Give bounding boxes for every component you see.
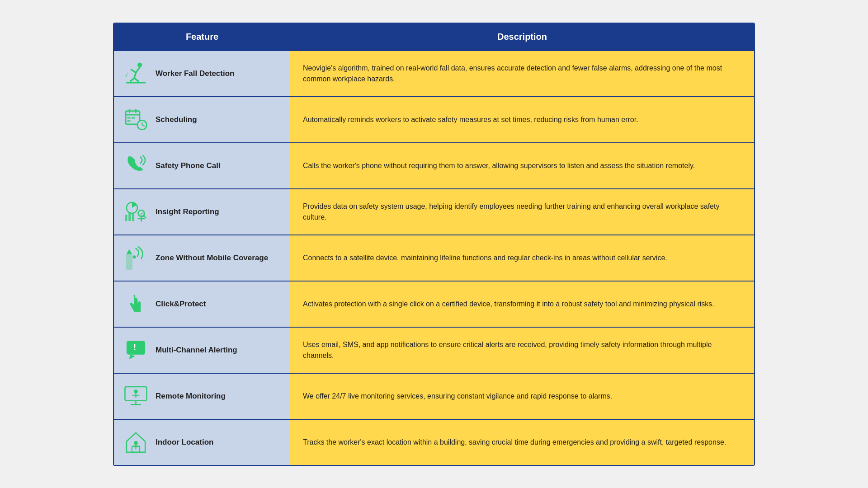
- description-cell-click-protect: Activates protection with a single click…: [290, 282, 754, 327]
- feature-cell-zone-without-mobile-coverage: Zone Without Mobile Coverage: [114, 235, 290, 281]
- svg-line-3: [134, 73, 136, 78]
- table-row: ! Multi-Channel AlertingUses email, SMS,…: [114, 327, 754, 373]
- zone-without-mobile-coverage-icon: [122, 244, 149, 272]
- description-cell-remote-monitoring: We offer 24/7 live monitoring services, …: [290, 374, 754, 419]
- table-row: Remote MonitoringWe offer 24/7 live moni…: [114, 373, 754, 419]
- feature-cell-safety-phone-call: Safety Phone Call: [114, 143, 290, 188]
- table-row: Worker Fall DetectionNeovigie's algorith…: [114, 50, 754, 96]
- safety-phone-call-icon: [122, 152, 149, 179]
- svg-line-25: [144, 216, 146, 218]
- table-row: SchedulingAutomatically reminds workers …: [114, 96, 754, 142]
- svg-line-5: [134, 78, 138, 81]
- safety-phone-call-label: Safety Phone Call: [156, 161, 221, 170]
- feature-cell-click-protect: Click&Protect: [114, 282, 290, 327]
- svg-rect-13: [127, 120, 130, 122]
- svg-point-31: [134, 389, 138, 394]
- click-protect-icon: [122, 291, 149, 318]
- svg-rect-12: [132, 117, 135, 118]
- table-row: Indoor LocationTracks the worker's exact…: [114, 419, 754, 465]
- insight-reporting-label: Insight Reporting: [156, 207, 219, 216]
- description-cell-multi-channel-alerting: Uses email, SMS, and app notifications t…: [290, 328, 754, 373]
- svg-rect-18: [125, 215, 127, 221]
- svg-rect-20: [132, 214, 134, 221]
- svg-rect-11: [127, 117, 130, 118]
- svg-text:!: !: [133, 342, 136, 352]
- remote-monitoring-label: Remote Monitoring: [156, 392, 226, 401]
- svg-point-27: [132, 255, 136, 258]
- feature-cell-scheduling: Scheduling: [114, 97, 290, 142]
- table-row: Zone Without Mobile CoverageConnects to …: [114, 235, 754, 281]
- svg-rect-26: [126, 254, 132, 269]
- worker-fall-detection-label: Worker Fall Detection: [156, 69, 234, 78]
- svg-line-1: [136, 67, 140, 73]
- feature-cell-multi-channel-alerting: ! Multi-Channel Alerting: [114, 328, 290, 373]
- click-protect-label: Click&Protect: [156, 300, 206, 309]
- indoor-location-label: Indoor Location: [156, 438, 213, 447]
- svg-point-37: [134, 441, 138, 445]
- table-row: Click&ProtectActivates protection with a…: [114, 281, 754, 327]
- features-table: Feature Description Worker Fall Detectio…: [113, 23, 755, 466]
- multi-channel-alerting-label: Multi-Channel Alerting: [156, 346, 237, 355]
- description-cell-safety-phone-call: Calls the worker's phone without requiri…: [290, 143, 754, 188]
- scheduling-label: Scheduling: [156, 115, 197, 124]
- header-feature: Feature: [114, 23, 290, 50]
- feature-cell-remote-monitoring: Remote Monitoring: [114, 374, 290, 419]
- zone-without-mobile-coverage-label: Zone Without Mobile Coverage: [156, 253, 268, 263]
- feature-cell-insight-reporting: Insight Reporting: [114, 189, 290, 235]
- svg-rect-19: [128, 212, 131, 221]
- description-cell-indoor-location: Tracks the worker's exact location withi…: [290, 420, 754, 465]
- feature-cell-indoor-location: Indoor Location: [114, 420, 290, 465]
- multi-channel-alerting-icon: !: [122, 337, 149, 364]
- description-cell-zone-without-mobile-coverage: Connects to a satellite device, maintain…: [290, 235, 754, 281]
- worker-fall-detection-icon: [122, 60, 149, 87]
- table-row: Insight ReportingProvides data on safety…: [114, 188, 754, 235]
- svg-line-2: [131, 70, 136, 73]
- table-header: Feature Description: [114, 23, 754, 50]
- description-cell-worker-fall-detection: Neovigie's algorithm, trained on real-wo…: [290, 51, 754, 96]
- description-cell-insight-reporting: Provides data on safety system usage, he…: [290, 189, 754, 235]
- table-body: Worker Fall DetectionNeovigie's algorith…: [114, 50, 754, 465]
- header-description: Description: [290, 23, 754, 50]
- scheduling-icon: [122, 106, 149, 133]
- remote-monitoring-icon: [122, 383, 149, 410]
- feature-cell-worker-fall-detection: Worker Fall Detection: [114, 51, 290, 96]
- insight-reporting-icon: [122, 198, 149, 225]
- indoor-location-icon: [122, 429, 149, 456]
- description-cell-scheduling: Automatically reminds workers to activat…: [290, 97, 754, 142]
- table-row: Safety Phone CallCalls the worker's phon…: [114, 142, 754, 188]
